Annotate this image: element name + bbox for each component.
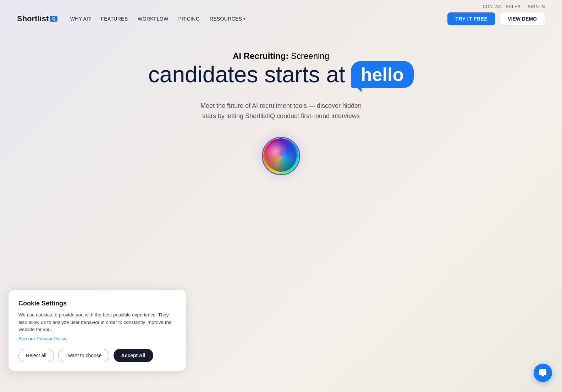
hero-title-light: Screening [291, 51, 329, 61]
chat-button[interactable] [534, 364, 552, 382]
hero-subtitle: Meet the future of AI recruitment tools … [178, 101, 384, 121]
sign-in-link[interactable]: SIGN IN [528, 4, 545, 9]
try-it-free-button[interactable]: TRY IT FREE [447, 12, 495, 25]
accept-all-button[interactable]: Accept All [114, 349, 153, 362]
navbar-main-right: TRY IT FREE VIEW DEMO [447, 12, 545, 26]
orb-ring [262, 137, 300, 175]
cookie-buttons: Reject all I want to choose Accept All [18, 349, 176, 362]
logo-badge: IQ [50, 16, 57, 22]
navbar-main: Shortlist IQ WHY AI? FEATURES WORKFLOW P… [0, 9, 562, 30]
logo[interactable]: Shortlist IQ [17, 14, 57, 23]
nav-pricing[interactable]: PRICING [178, 16, 200, 22]
hero-sub-line1: Meet the future of AI recruitment tools … [200, 102, 362, 109]
cookie-title: Cookie Settings [18, 300, 176, 307]
cookie-privacy-link[interactable]: See our Privacy Policy [18, 336, 66, 341]
hero-title: AI Recruiting: Screening candidates star… [7, 51, 555, 88]
hero-section: AI Recruiting: Screening candidates star… [0, 30, 562, 188]
orb-container [7, 138, 555, 174]
chevron-down-icon: ▾ [243, 17, 245, 21]
hero-title-row2: candidates starts at hello [7, 61, 555, 88]
hero-title-line1: AI Recruiting: Screening [7, 51, 555, 61]
reject-all-button[interactable]: Reject all [18, 349, 54, 362]
hero-title-bold: AI Recruiting: [233, 51, 288, 61]
navbar-main-left: Shortlist IQ WHY AI? FEATURES WORKFLOW P… [17, 14, 245, 23]
navbar-top: CONTACT SALES SIGN IN [0, 0, 562, 9]
contact-sales-link[interactable]: CONTACT SALES [483, 4, 520, 9]
cookie-body: We use cookies to provide you with the b… [18, 311, 176, 333]
view-demo-button[interactable]: VIEW DEMO [500, 12, 545, 26]
i-want-to-choose-button[interactable]: I want to choose [58, 349, 109, 362]
cookie-banner: Cookie Settings We use cookies to provid… [9, 290, 186, 371]
nav-links: WHY AI? FEATURES WORKFLOW PRICING RESOUR… [70, 16, 245, 22]
nav-workflow[interactable]: WORKFLOW [138, 16, 168, 22]
chat-icon [539, 369, 547, 377]
nav-features[interactable]: FEATURES [101, 16, 128, 22]
hero-sub-line2: stars by letting ShortlistIQ conduct fir… [202, 112, 360, 120]
hero-title-prefix: candidates starts at [148, 61, 345, 88]
nav-resources[interactable]: RESOURCES ▾ [210, 16, 245, 22]
hello-bubble: hello [351, 61, 414, 88]
ai-orb [263, 138, 299, 174]
navbar: CONTACT SALES SIGN IN Shortlist IQ WHY A… [0, 0, 562, 30]
nav-why-ai[interactable]: WHY AI? [70, 16, 91, 22]
nav-resources-label: RESOURCES [210, 16, 242, 22]
logo-text: Shortlist [17, 14, 49, 23]
